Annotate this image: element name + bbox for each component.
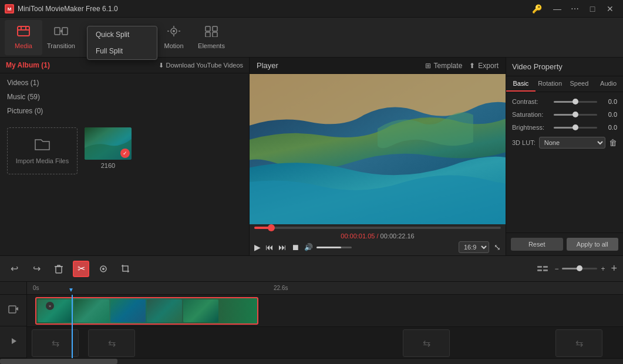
export-icon: ⬆ — [469, 62, 475, 70]
brightness-row: Brightness: 0.0 — [512, 124, 617, 131]
undo-button[interactable]: ↩ — [6, 261, 22, 277]
delete-button[interactable] — [50, 261, 67, 277]
volume-control: 🔊 — [304, 243, 352, 251]
playback-controls: ▶ ⏮ ⏭ ⏹ 🔊 — [254, 242, 352, 252]
contrast-slider[interactable] — [554, 101, 597, 103]
close-button[interactable]: ✕ — [602, 2, 618, 15]
stop-button[interactable]: ⏹ — [291, 242, 299, 252]
control-row: ▶ ⏮ ⏭ ⏹ 🔊 16:9 ⤡ — [254, 241, 501, 253]
contrast-row: Contrast: 0.0 — [512, 98, 617, 105]
maximize-button[interactable]: □ — [584, 2, 601, 15]
lut-delete-icon[interactable]: 🗑 — [609, 138, 617, 147]
media-label: Media — [15, 42, 32, 49]
add-track-button[interactable]: + — [611, 262, 617, 275]
minimize-button[interactable]: — — [549, 2, 565, 15]
media-item-0[interactable]: ✓ 2160 — [85, 127, 132, 248]
toolbar-item-media[interactable]: Media — [5, 20, 42, 55]
app-title: MiniTool MovieMaker Free 6.1.0 — [18, 5, 532, 13]
track-labels — [0, 282, 27, 358]
lut-label: 3D LUT: — [512, 139, 536, 146]
tab-speed[interactable]: Speed — [565, 76, 594, 92]
tab-rotation[interactable]: Rotation — [536, 76, 565, 92]
sidebar-item-videos[interactable]: Videos (1) — [0, 76, 249, 90]
clip-frame-3 — [147, 299, 182, 322]
track-control-icon — [537, 265, 548, 273]
zoom-minus-icon[interactable]: − — [554, 265, 558, 273]
progress-bar[interactable] — [254, 227, 501, 229]
zoom-slider[interactable] — [562, 268, 597, 269]
volume-icon: 🔊 — [304, 243, 313, 251]
svg-rect-7 — [62, 28, 68, 35]
volume-slider[interactable] — [316, 247, 352, 248]
crop-button[interactable] — [117, 261, 134, 277]
import-media-placeholder[interactable]: Import Media Files — [7, 127, 78, 174]
main-content: My Album (1) ⬇ Download YouTube Videos V… — [0, 58, 623, 255]
import-folder-icon — [34, 137, 50, 154]
video-preview — [250, 74, 506, 224]
player-panel: Player ⊞ Template ⬆ Export — [250, 58, 506, 255]
split-button[interactable]: ✂ — [73, 261, 89, 277]
lut-select[interactable]: None — [539, 137, 605, 149]
svg-rect-14 — [213, 32, 217, 37]
timeline: ↩ ↪ ✂ Quick Split Full Split − + + — [0, 255, 623, 364]
saturation-slider[interactable] — [554, 114, 597, 116]
apply-all-button[interactable]: Apply to all — [567, 238, 619, 251]
full-split-option[interactable]: Full Split — [87, 43, 157, 59]
prev-frame-button[interactable]: ⏮ — [265, 242, 274, 252]
toolbar-item-transition[interactable]: Transition — [42, 20, 80, 55]
clip-frame-4 — [183, 299, 218, 322]
reset-button[interactable]: Reset — [511, 238, 563, 251]
svg-rect-12 — [213, 26, 217, 31]
player-title: Player — [257, 61, 278, 70]
titlebar: M MiniTool MovieMaker Free 6.1.0 🔑 — ⋯ □… — [0, 0, 623, 18]
transition-icon — [54, 25, 68, 40]
transition-slot-3[interactable]: ⇆ — [555, 329, 602, 357]
svg-point-18 — [102, 268, 105, 270]
next-frame-button[interactable]: ⏭ — [278, 242, 287, 252]
export-button[interactable]: ⬆ Export — [469, 62, 499, 70]
timeline-content: 0s 22.6s × — [0, 282, 623, 358]
brightness-slider[interactable] — [554, 127, 597, 129]
template-button[interactable]: ⊞ Template — [425, 62, 463, 70]
video-clip[interactable]: × — [35, 297, 258, 325]
redo-button[interactable]: ↪ — [28, 261, 45, 277]
svg-rect-11 — [206, 26, 210, 31]
audio-button[interactable] — [95, 261, 112, 277]
quick-split-option[interactable]: Quick Split — [87, 26, 157, 43]
toolbar-item-motion[interactable]: Motion — [155, 20, 193, 55]
media-item-label-0: 2160 — [101, 162, 115, 169]
tab-basic[interactable]: Basic — [506, 76, 536, 92]
tab-audio[interactable]: Audio — [594, 76, 623, 92]
download-youtube-button[interactable]: ⬇ Download YouTube Videos — [159, 62, 244, 69]
ruler-mid: 22.6s — [274, 285, 288, 291]
preview-image — [250, 74, 506, 224]
properties-panel: Video Property Basic Rotation Speed Audi… — [506, 58, 623, 255]
svg-rect-6 — [55, 28, 60, 35]
motion-label: Motion — [164, 42, 183, 49]
fullscreen-button[interactable]: ⤡ — [494, 242, 501, 252]
sidebar-item-pictures[interactable]: Pictures (0) — [0, 104, 249, 118]
settings-button[interactable]: ⋯ — [567, 2, 583, 15]
toolbar-item-elements[interactable]: Elements — [193, 20, 230, 55]
bottom-scrollbar[interactable] — [0, 358, 623, 364]
play-button[interactable]: ▶ — [254, 242, 261, 252]
progress-thumb — [268, 224, 275, 231]
track-label-video — [0, 282, 26, 295]
time-display: 00:00:01.05 / 00:00:22.16 — [341, 232, 414, 240]
zoom-plus-icon[interactable]: + — [601, 265, 605, 273]
contrast-value: 0.0 — [601, 98, 617, 105]
saturation-value: 0.0 — [601, 111, 617, 118]
brightness-label: Brightness: — [512, 124, 550, 131]
left-panel: My Album (1) ⬇ Download YouTube Videos V… — [0, 58, 250, 255]
transition-slot-2[interactable]: ⇆ — [403, 329, 450, 357]
track-controls — [537, 265, 548, 273]
sidebar-item-music[interactable]: Music (59) — [0, 90, 249, 104]
scrollbar-thumb — [0, 359, 117, 364]
video-track-icon — [8, 304, 19, 316]
aspect-ratio-select[interactable]: 16:9 — [459, 241, 489, 253]
saturation-label: Saturation: — [512, 111, 550, 118]
elements-label: Elements — [198, 42, 225, 49]
audio-track-icon — [8, 336, 19, 348]
media-icon — [16, 25, 31, 40]
transition-slot-1[interactable]: ⇆ — [88, 329, 135, 357]
